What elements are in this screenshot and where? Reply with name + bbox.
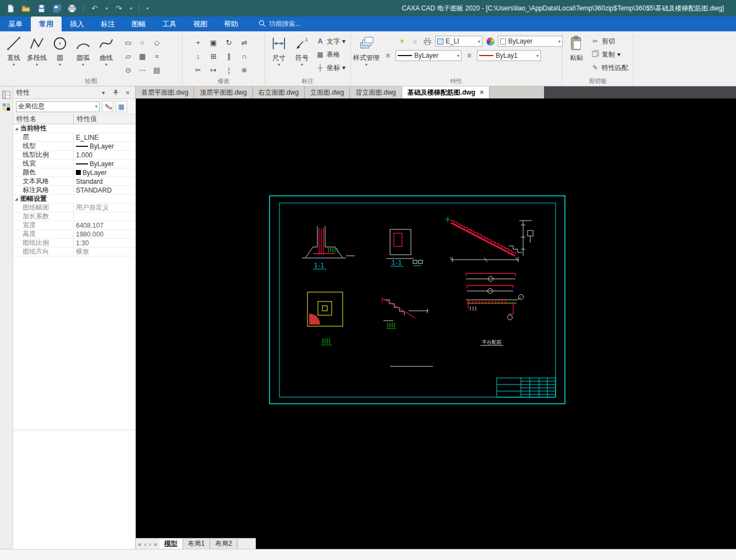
layer-combo[interactable]: E_LI ▾ — [435, 36, 482, 47]
chevron-down-icon: ▾ — [95, 104, 97, 109]
menu-tab-bangzhu[interactable]: 帮助 — [216, 17, 246, 31]
undo-button[interactable]: ↶ — [89, 2, 101, 14]
open-file-button[interactable] — [20, 2, 32, 14]
parallelogram-icon[interactable]: ▱ — [121, 50, 135, 63]
circle-tool-button[interactable]: 圆 ▾ — [48, 34, 72, 67]
menu-tab-shitu[interactable]: 视图 — [185, 17, 216, 31]
dimension-tool-button[interactable]: 尺寸 ▾ — [267, 34, 290, 67]
rotate-icon[interactable]: ↻ — [221, 36, 237, 50]
hatch-icon[interactable]: ▦ — [135, 50, 150, 63]
trim-icon[interactable]: ✂ — [190, 63, 206, 77]
layout-tab-layout1[interactable]: 布局1 — [183, 539, 211, 549]
next-tab-icon[interactable]: › — [149, 541, 151, 547]
layout-nav: « ‹ › » — [136, 539, 160, 549]
move-icon[interactable]: + — [190, 36, 206, 50]
doc-tab-shouceng[interactable]: 首层平面图.dwg — [136, 86, 194, 98]
customize-toolbar-button[interactable]: ▾ — [144, 2, 151, 14]
prev-tab-icon[interactable]: ‹ — [144, 541, 146, 547]
color-combo[interactable]: ByLayer ▾ — [498, 36, 563, 47]
doc-tab-limian[interactable]: 立面图.dwg — [305, 86, 350, 98]
lineweight-combo[interactable]: ByLay1 ▾ — [477, 50, 541, 61]
print-button[interactable] — [66, 2, 78, 14]
fill-icon[interactable]: ▤ — [150, 63, 164, 77]
drawing-canvas[interactable]: 1-1 1-1 — [136, 98, 736, 549]
paste-button[interactable]: 粘贴 — [564, 34, 589, 63]
menu-tab-changyong[interactable]: 常用 — [31, 17, 62, 31]
group-label-annotate: 标注 — [265, 77, 350, 85]
linetype-combo[interactable]: ByLayer ▾ — [396, 50, 462, 61]
point-icon[interactable]: ⊙ — [121, 63, 135, 77]
polygon-icon[interactable]: ◇ — [150, 36, 164, 50]
layout-tab-model[interactable]: 模型 — [160, 539, 183, 549]
fillet-icon[interactable]: ∩ — [237, 50, 252, 63]
doc-tab-beilimian[interactable]: 背立面图.dwg — [350, 86, 402, 98]
layout-tab-layout2[interactable]: 布局2 — [210, 539, 238, 549]
copy-icon[interactable]: ▣ — [206, 36, 221, 50]
close-icon[interactable]: × — [123, 88, 132, 97]
menu-tab-gongju[interactable]: 工具 — [154, 17, 185, 31]
polyline-tool-button[interactable]: 多段线 ▾ — [25, 34, 48, 67]
last-tab-icon[interactable]: » — [153, 541, 157, 547]
text-tool-button[interactable]: A 文字 ▾ — [316, 36, 345, 47]
arc-tool-button[interactable]: 圆弧 ▾ — [72, 34, 95, 67]
library-palette-icon[interactable] — [2, 102, 12, 112]
ellipse-icon[interactable]: ○ — [135, 36, 150, 50]
redo-dropdown[interactable]: ▾ — [128, 2, 134, 14]
array-icon[interactable]: ⊞ — [206, 50, 221, 63]
save-button[interactable] — [35, 2, 47, 14]
coordinate-tool-button[interactable]: ┼ 坐标 ▾ — [316, 62, 345, 73]
wave-icon[interactable]: ≈ — [150, 50, 164, 63]
extend-icon[interactable]: ↦ — [206, 63, 221, 77]
layer-row: ☀ ☼ E_LI ▾ ByLayer ▾ — [397, 36, 563, 47]
pick-object-button[interactable]: ▦ — [116, 101, 127, 112]
rectangle-icon[interactable]: ▭ — [121, 36, 135, 50]
panel-empty-area — [13, 256, 135, 549]
more-draw-icon[interactable]: ⋯ — [135, 63, 150, 77]
copy-button[interactable]: 复制 ▾ — [591, 49, 628, 60]
save-all-button[interactable] — [51, 2, 63, 14]
lineweight-list-icon[interactable]: ≡ — [464, 51, 474, 61]
doc-tab-dingceng[interactable]: 顶层平面图.dwg — [194, 86, 252, 98]
menu-tab-biaozhu[interactable]: 标注 — [92, 17, 123, 31]
scope-combo[interactable]: 全局信息 ▾ — [16, 101, 100, 112]
property-row-lineweight: 线宽 ByLayer — [13, 160, 135, 168]
match-properties-button[interactable]: ✎ 特性匹配 — [591, 62, 628, 73]
function-search[interactable]: 功能搜索... — [259, 17, 301, 31]
linetype-list-icon[interactable]: ≡ — [383, 51, 393, 61]
menu-tab-charu[interactable]: 插入 — [62, 17, 92, 31]
table-tool-button[interactable]: ▦ 表格 — [316, 49, 345, 60]
first-tab-icon[interactable]: « — [138, 541, 141, 547]
scale-icon[interactable]: ↕ — [190, 50, 206, 63]
text-icon: A — [316, 37, 325, 45]
layer-light-icon[interactable]: ☀ — [397, 36, 407, 46]
redo-button[interactable]: ↷ — [113, 2, 125, 14]
menu-tab-caidan[interactable]: 菜单 — [0, 17, 31, 31]
doc-tab-jichu-active[interactable]: 基础及楼梯配筋图.dwg × — [402, 86, 490, 98]
group-row-sheet[interactable]: ◢ 图幅设置 — [13, 195, 135, 204]
style-manager-button[interactable]: 样式管理 ▾ — [353, 34, 380, 67]
undo-dropdown[interactable]: ▾ — [104, 2, 109, 14]
color-chip-icon — [500, 39, 506, 45]
cut-button[interactable]: ✂ 剪切 — [591, 36, 628, 47]
line-tool-button[interactable]: 直线 ▾ — [2, 34, 25, 67]
break-icon[interactable]: ¦ — [221, 63, 237, 77]
clear-override-button[interactable]: ✎× — [102, 101, 113, 112]
pin-icon[interactable] — [111, 88, 120, 97]
color-wheel-icon[interactable] — [485, 36, 495, 46]
doc-tab-youlimian[interactable]: 右立面图.dwg — [253, 86, 305, 98]
layer-print-icon[interactable] — [422, 36, 432, 46]
layer-freeze-icon[interactable]: ☼ — [410, 36, 420, 46]
offset-icon[interactable]: ∥ — [221, 50, 237, 63]
group-row-current[interactable]: ◢ 当前特性 — [13, 124, 135, 133]
symbol-tool-button[interactable]: .1 符号 ▾ — [290, 34, 314, 67]
close-icon[interactable]: × — [480, 89, 484, 96]
explode-icon[interactable]: ※ — [237, 63, 252, 77]
new-file-button[interactable] — [4, 2, 17, 14]
spline-tool-button[interactable]: 曲线 ▾ — [95, 34, 118, 67]
expand-marker-icon: ◢ — [13, 195, 20, 203]
menu-tab-tufu[interactable]: 图幅 — [123, 17, 154, 31]
svg-text:1-1: 1-1 — [392, 260, 402, 266]
mirror-icon[interactable]: ⇌ — [237, 36, 252, 50]
properties-palette-icon[interactable] — [2, 90, 12, 100]
panel-menu-icon[interactable]: ▾ — [99, 88, 108, 97]
